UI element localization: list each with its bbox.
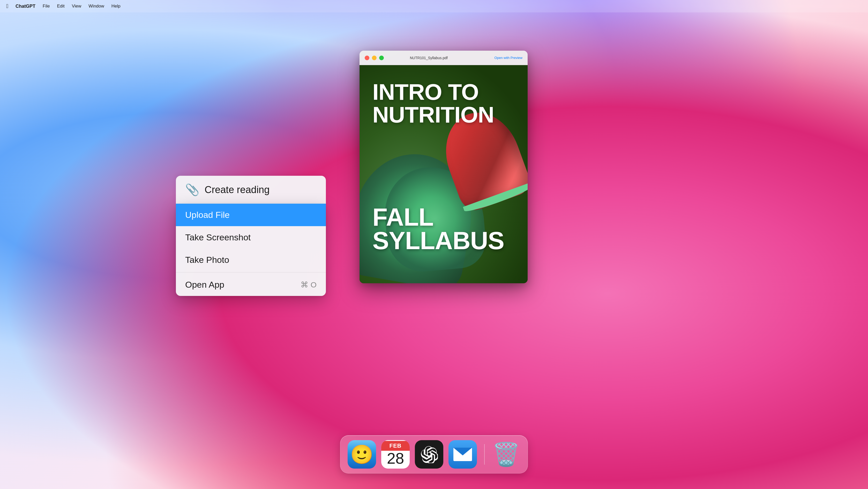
paperclip-icon: 📎: [185, 183, 199, 196]
pdf-filename: NUTR101_Syllabus.pdf: [367, 56, 491, 60]
dock-divider: [484, 444, 485, 465]
upload-file-label: Upload File: [185, 210, 230, 220]
pdf-headline-line2: NUTRITION: [372, 103, 515, 126]
calendar-month: FEB: [381, 441, 410, 451]
dock-calendar-icon[interactable]: FEB 28: [381, 440, 410, 468]
menu-help[interactable]: Help: [112, 4, 121, 9]
finder-emoji: 🙂: [350, 444, 373, 465]
dock-finder-icon[interactable]: 🙂: [348, 440, 376, 468]
app-name: ChatGPT: [16, 4, 35, 9]
create-reading-label: Create reading: [205, 184, 270, 195]
calendar-date: 28: [387, 451, 404, 468]
open-with-preview-button[interactable]: Open with Preview: [495, 56, 523, 60]
pdf-bottom-text: FALL SYLLABUS: [372, 205, 515, 252]
menu-item-take-screenshot[interactable]: Take Screenshot: [176, 226, 326, 249]
menu-view[interactable]: View: [72, 4, 82, 9]
apple-menu[interactable]: : [6, 3, 8, 9]
trash-emoji: 🗑️: [492, 441, 520, 468]
pdf-bottom-line1: FALL: [372, 205, 515, 229]
dock: 🙂 FEB 28 🗑️: [340, 435, 528, 474]
dock-chatgpt-icon[interactable]: [415, 440, 443, 468]
open-app-shortcut: ⌘ O: [301, 280, 317, 289]
pdf-window: NUTR101_Syllabus.pdf Open with Preview I…: [360, 51, 528, 283]
dock-trash-icon[interactable]: 🗑️: [492, 440, 520, 468]
menu-bar:  ChatGPT File Edit View Window Help: [0, 0, 868, 12]
menu-item-take-photo[interactable]: Take Photo: [176, 249, 326, 271]
mail-envelope-icon: [454, 448, 472, 461]
pdf-bottom-line2: SYLLABUS: [372, 229, 515, 252]
pdf-content: INTRO TO NUTRITION FALL SYLLABUS: [360, 65, 528, 283]
openai-logo-icon: [420, 446, 438, 463]
menu-window[interactable]: Window: [89, 4, 104, 9]
pdf-titlebar: NUTR101_Syllabus.pdf Open with Preview: [360, 51, 528, 65]
menu-item-open-app[interactable]: Open App ⌘ O: [176, 273, 326, 296]
create-reading-header: 📎 Create reading: [176, 176, 326, 204]
pdf-headline-line1: INTRO TO: [372, 80, 515, 103]
open-app-label: Open App: [185, 280, 224, 290]
pdf-title-text: INTRO TO NUTRITION: [360, 65, 528, 126]
context-menu-container: 📎 Create reading Upload File Take Screen…: [176, 176, 326, 296]
menu-divider: [176, 272, 326, 272]
menu-file[interactable]: File: [43, 4, 50, 9]
take-photo-label: Take Photo: [185, 255, 229, 265]
take-screenshot-label: Take Screenshot: [185, 232, 251, 242]
menu-edit[interactable]: Edit: [57, 4, 64, 9]
dock-mail-icon[interactable]: [448, 440, 477, 468]
menu-item-upload-file[interactable]: Upload File: [176, 204, 326, 226]
dropdown-menu: Upload File Take Screenshot Take Photo O…: [176, 204, 326, 296]
